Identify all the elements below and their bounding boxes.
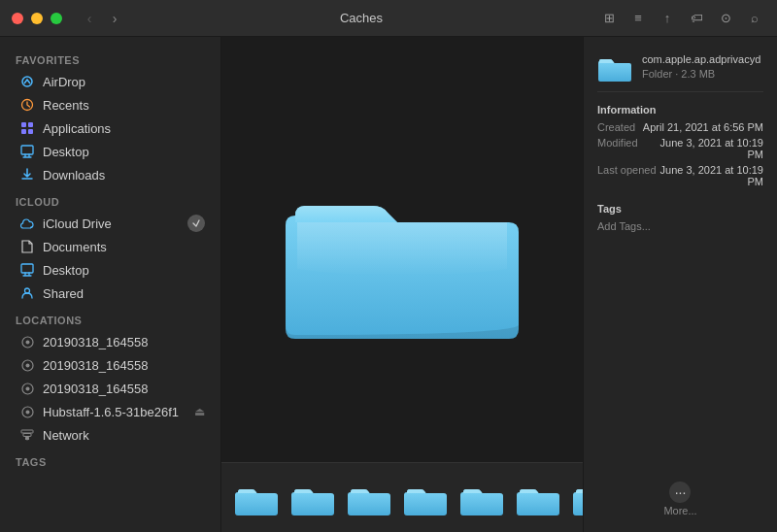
sidebar-item-downloads[interactable]: Downloads	[4, 163, 217, 186]
tag-icon[interactable]: 🏷	[686, 8, 707, 29]
loc3-icon	[19, 381, 35, 396]
icloud-badge	[187, 215, 205, 232]
strip-folder-6[interactable]	[513, 473, 563, 523]
svg-rect-19	[23, 434, 31, 437]
network-icon	[19, 427, 35, 443]
back-button[interactable]: ‹	[80, 9, 99, 28]
loc4-label: Hubstaff-1.6.5-31be26f1	[43, 405, 186, 419]
sidebar-item-loc3[interactable]: 20190318_164558	[4, 377, 217, 400]
airdrop-label: AirDrop	[43, 75, 205, 89]
svg-rect-3	[28, 122, 33, 127]
svg-rect-5	[28, 129, 33, 134]
sidebar-item-airdrop[interactable]: AirDrop	[4, 70, 217, 93]
downloads-label: Downloads	[43, 168, 205, 183]
svg-rect-8	[21, 264, 33, 273]
close-button[interactable]	[12, 13, 23, 24]
sidebar-item-documents[interactable]: Documents	[4, 235, 217, 258]
titlebar: ‹ › Caches ⊞ ≡ ↑ 🏷 ⊙ ⌕	[0, 0, 777, 37]
content-area	[221, 37, 583, 532]
desktop-label: Desktop	[43, 145, 205, 159]
sidebar-item-shared[interactable]: Shared	[4, 282, 217, 305]
sidebar-item-loc2[interactable]: 20190318_164558	[4, 353, 217, 377]
created-value: April 21, 2021 at 6:56 PM	[643, 121, 763, 133]
search-icon[interactable]: ⌕	[744, 8, 765, 29]
loc3-label: 20190318_164558	[43, 382, 205, 396]
action-icon[interactable]: ⊙	[715, 8, 736, 29]
svg-rect-20	[21, 430, 33, 433]
tags-label: Tags	[597, 203, 763, 215]
folder-preview: com.apple.ap.adprivacyd Folder · 2.3 MB	[597, 52, 763, 92]
tags-section-label: Tags	[0, 447, 220, 472]
nav-buttons: ‹ ›	[80, 9, 124, 28]
modified-value: June 3, 2021 at 10:19 PM	[642, 137, 763, 160]
more-button[interactable]: ··· More...	[663, 482, 696, 516]
network-label: Network	[43, 428, 205, 443]
main-layout: Favorites AirDrop Recents Ap	[0, 37, 777, 532]
sidebar: Favorites AirDrop Recents Ap	[0, 37, 221, 532]
shared-label: Shared	[43, 286, 205, 301]
tags-section: Tags Add Tags...	[597, 203, 763, 232]
strip-folder-5[interactable]	[456, 473, 507, 523]
svg-point-0	[22, 77, 32, 86]
sidebar-item-recents[interactable]: Recents	[4, 93, 217, 116]
sidebar-item-desktop[interactable]: Desktop	[4, 140, 217, 163]
loc1-label: 20190318_164558	[43, 335, 205, 349]
sidebar-item-icloud-drive[interactable]: iCloud Drive	[4, 212, 217, 235]
arrange-icon[interactable]: ≡	[627, 8, 649, 29]
svg-rect-6	[21, 146, 33, 154]
svg-rect-4	[21, 129, 26, 134]
sidebar-item-loc1[interactable]: 20190318_164558	[4, 330, 217, 353]
minimize-button[interactable]	[31, 13, 43, 24]
desktop-icon	[19, 144, 35, 159]
window-title: Caches	[132, 11, 591, 25]
view-icon[interactable]: ⊞	[598, 8, 620, 29]
information-section: Information Created April 21, 2021 at 6:…	[597, 104, 763, 191]
add-tags-button[interactable]: Add Tags...	[597, 220, 763, 232]
maximize-button[interactable]	[51, 13, 62, 24]
information-label: Information	[597, 104, 763, 116]
sidebar-item-loc4[interactable]: Hubstaff-1.6.5-31be26f1 ⏏	[4, 400, 217, 423]
modified-key: Modified	[597, 137, 638, 160]
svg-point-17	[25, 410, 29, 414]
documents-icon	[19, 239, 35, 254]
loc1-icon	[19, 334, 35, 349]
last-opened-value: June 3, 2021 at 10:19 PM	[660, 164, 763, 187]
strip-folder-3[interactable]	[344, 473, 394, 523]
desktop-icloud-label: Desktop	[43, 263, 205, 278]
desktop-icloud-icon	[19, 262, 35, 278]
recents-icon	[19, 97, 35, 113]
strip-folder-7[interactable]	[569, 473, 583, 523]
svg-rect-2	[21, 122, 26, 127]
airdrop-icon	[19, 74, 35, 89]
documents-label: Documents	[43, 240, 205, 254]
applications-icon	[19, 120, 35, 136]
icloud-drive-icon	[19, 216, 35, 231]
info-panel: com.apple.ap.adprivacyd Folder · 2.3 MB …	[583, 37, 777, 532]
folder-type: Folder · 2.3 MB	[642, 68, 763, 80]
loc4-icon	[19, 404, 35, 419]
eject-icon[interactable]: ⏏	[194, 405, 205, 418]
shared-icon	[19, 285, 35, 301]
svg-point-9	[25, 288, 30, 293]
favorites-section-label: Favorites	[0, 45, 220, 70]
svg-point-7	[190, 217, 202, 229]
last-opened-row: Last opened June 3, 2021 at 10:19 PM	[597, 164, 763, 187]
sidebar-item-applications[interactable]: Applications	[4, 116, 217, 140]
strip-folder-2[interactable]	[287, 473, 338, 523]
icloud-section-label: iCloud	[0, 186, 220, 212]
more-circle-icon: ···	[669, 482, 691, 503]
folder-meta: com.apple.ap.adprivacyd Folder · 2.3 MB	[642, 52, 763, 80]
forward-button[interactable]: ›	[105, 9, 124, 28]
modified-row: Modified June 3, 2021 at 10:19 PM	[597, 137, 763, 160]
recents-label: Recents	[43, 98, 205, 113]
bottom-strip	[221, 462, 583, 532]
loc2-icon	[19, 357, 35, 373]
svg-point-13	[25, 363, 29, 367]
share-icon[interactable]: ↑	[657, 8, 678, 29]
strip-folder-4[interactable]	[400, 473, 451, 523]
last-opened-key: Last opened	[597, 164, 657, 187]
sidebar-item-network[interactable]: Network	[4, 423, 217, 447]
sidebar-item-desktop-icloud[interactable]: Desktop	[4, 258, 217, 282]
applications-label: Applications	[43, 121, 205, 136]
strip-folder-1[interactable]	[231, 473, 282, 523]
